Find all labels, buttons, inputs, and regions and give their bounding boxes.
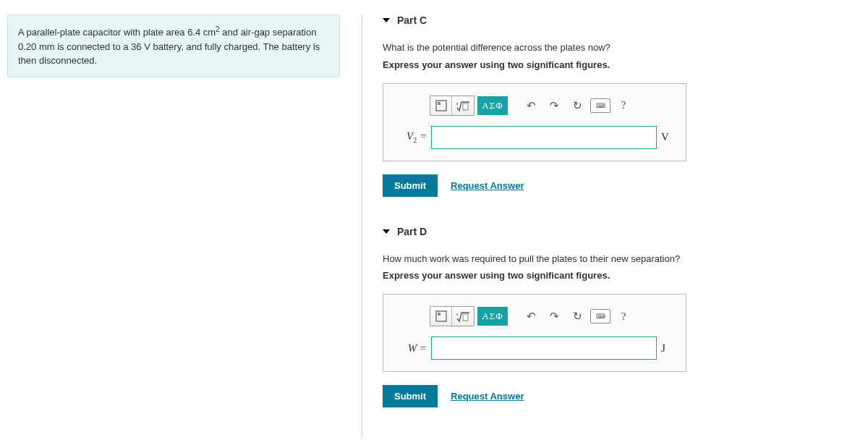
template-buttons: x <box>430 96 475 116</box>
part-d-submit-button[interactable]: Submit <box>383 385 438 407</box>
svg-rect-1 <box>438 102 441 105</box>
redo-icon[interactable]: ↷ <box>544 307 564 326</box>
template-buttons: x <box>430 306 475 326</box>
part-c-instruction: Express your answer using two significan… <box>383 59 846 70</box>
help-icon[interactable]: ? <box>613 307 634 326</box>
part-d-title: Part D <box>397 226 427 237</box>
greek-letters-button[interactable]: ΑΣΦ <box>477 96 508 115</box>
caret-down-icon <box>383 229 390 234</box>
part-d-question: How much work was required to pull the p… <box>383 252 846 266</box>
part-c: Part C What is the potential difference … <box>383 14 846 197</box>
keyboard-icon[interactable]: ⌨ <box>590 309 610 323</box>
part-d-answer-input[interactable] <box>431 337 657 360</box>
part-c-header[interactable]: Part C <box>383 14 846 26</box>
fraction-template-button[interactable] <box>430 307 452 326</box>
part-c-answer-box: x ΑΣΦ ↶ ↷ ↻ ⌨ ? V2 = V <box>383 83 686 161</box>
fraction-template-button[interactable] <box>430 96 452 115</box>
part-d: Part D How much work was required to pul… <box>383 226 846 408</box>
part-d-answer-box: x ΑΣΦ ↶ ↷ ↻ ⌨ ? W = J <box>383 294 686 372</box>
root-template-button[interactable]: x <box>452 307 474 326</box>
part-c-variable-label: V2 = <box>393 130 427 144</box>
help-icon[interactable]: ? <box>613 96 634 115</box>
part-d-variable-label: W = <box>393 342 427 355</box>
problem-statement: A parallel-plate capacitor with plate ar… <box>7 14 340 77</box>
keyboard-icon[interactable]: ⌨ <box>590 98 610 113</box>
part-c-answer-input[interactable] <box>431 126 657 149</box>
problem-text-1: A parallel-plate capacitor with plate ar… <box>18 27 216 38</box>
part-d-instruction: Express your answer using two significan… <box>383 270 846 281</box>
svg-text:x: x <box>456 101 459 106</box>
part-c-submit-button[interactable]: Submit <box>383 174 438 197</box>
reset-icon[interactable]: ↻ <box>567 96 587 115</box>
part-d-request-answer-link[interactable]: Request Answer <box>451 391 524 402</box>
part-c-toolbar: x ΑΣΦ ↶ ↷ ↻ ⌨ ? <box>430 96 676 116</box>
root-template-button[interactable]: x <box>452 96 474 115</box>
svg-rect-7 <box>463 314 468 321</box>
part-d-toolbar: x ΑΣΦ ↶ ↷ ↻ ⌨ ? <box>430 306 676 326</box>
part-c-title: Part C <box>397 14 427 26</box>
part-d-header[interactable]: Part D <box>383 226 846 237</box>
greek-letters-button[interactable]: ΑΣΦ <box>477 307 508 326</box>
part-c-unit: V <box>661 131 676 143</box>
svg-text:x: x <box>456 311 459 317</box>
undo-icon[interactable]: ↶ <box>521 96 541 115</box>
svg-rect-3 <box>463 103 468 110</box>
part-c-question: What is the potential difference across … <box>383 41 846 55</box>
part-c-request-answer-link[interactable]: Request Answer <box>451 180 524 191</box>
redo-icon[interactable]: ↷ <box>544 96 564 115</box>
caret-down-icon <box>383 18 390 22</box>
part-d-unit: J <box>661 342 676 355</box>
reset-icon[interactable]: ↻ <box>567 307 587 326</box>
svg-rect-5 <box>438 313 441 316</box>
undo-icon[interactable]: ↶ <box>521 307 541 326</box>
